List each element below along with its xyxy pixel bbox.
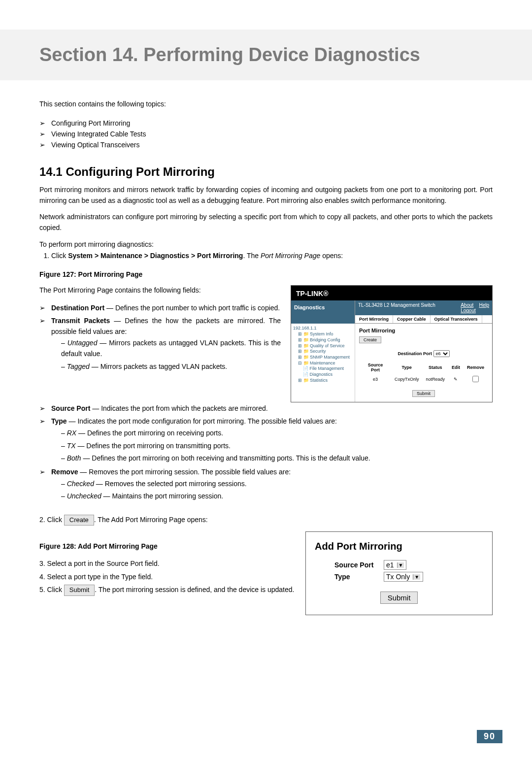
- sub-term: TX: [67, 442, 76, 450]
- sub-desc: — Defines the port mirroring on receivin…: [76, 429, 223, 437]
- step-text: . The port mirroring session is defined,…: [95, 586, 294, 593]
- figure-label: Figure 128: Add Port Mirroring Page: [39, 542, 296, 550]
- dest-port-select[interactable]: e6: [433, 350, 450, 357]
- topic-list: Configuring Port Mirroring Viewing Integ…: [39, 118, 493, 150]
- field-item: Source Port — Indicates the port from wh…: [39, 402, 493, 415]
- step-list: Click System > Maintenance > Diagnostics…: [39, 252, 493, 260]
- page-number: 90: [477, 730, 502, 743]
- field-item: Transmit Packets — Defines the how the p…: [39, 315, 281, 374]
- field-subitem: Untagged — Mirrors packets as untagged V…: [61, 337, 281, 360]
- tree-item-diagnostics[interactable]: 📄 Diagnostics: [293, 372, 353, 378]
- tree-item-maintenance[interactable]: ⊟ 📁 Maintenance: [293, 361, 353, 366]
- field-term: Type: [51, 417, 67, 425]
- topic-item: Viewing Optical Transceivers: [39, 139, 493, 150]
- fields-intro: The Port Mirroring Page contains the fol…: [39, 285, 281, 296]
- dest-port-label: Destination Port: [398, 351, 432, 356]
- add-port-mirroring-screenshot: Add Port Mirroring Source Port e1 ▼ Type…: [305, 531, 493, 615]
- tree-item-bridging[interactable]: ⊞ 📁 Bridging Config: [293, 337, 353, 343]
- sub-term: Checked: [67, 480, 94, 488]
- field-item: Destination Port — Defines the port numb…: [39, 302, 281, 315]
- step-path: System > Maintenance > Diagnostics > Por…: [68, 252, 243, 260]
- step-2: 2. Click Create. The Add Port Mirroring …: [39, 515, 493, 526]
- field-subitem: Unchecked — Maintains the port mirroring…: [61, 490, 493, 503]
- add-submit-button[interactable]: Submit: [380, 592, 418, 604]
- tree-item-security[interactable]: ⊞ 📁 Security: [293, 349, 353, 355]
- field-subitem: Tagged — Mirrors packets as tagged VLAN …: [61, 361, 281, 373]
- cell-edit-icon[interactable]: ✎: [449, 374, 463, 384]
- step-text: opens:: [320, 252, 343, 260]
- sub-term: Both: [67, 454, 81, 462]
- step-text: . The: [243, 252, 261, 260]
- cell-port: e3: [360, 374, 391, 384]
- submit-button[interactable]: Submit: [412, 390, 435, 397]
- intro-text: This section contains the following topi…: [39, 100, 493, 108]
- field-subitem: RX — Defines the port mirroring on recei…: [61, 427, 493, 440]
- field-term: Remove: [51, 468, 78, 476]
- type-value: Tx Only: [386, 573, 410, 581]
- field-desc: — Defines the port number to which port …: [104, 304, 280, 312]
- type-select[interactable]: Tx Only ▼: [384, 572, 423, 582]
- topic-item: Viewing Integrated Cable Tests: [39, 129, 493, 139]
- cell-remove-checkbox[interactable]: [472, 376, 479, 382]
- field-desc: — Indicates the port from which the pack…: [90, 404, 267, 412]
- col-source-port: Source Port: [360, 362, 391, 373]
- col-edit: Edit: [449, 362, 463, 373]
- source-port-select[interactable]: e1 ▼: [384, 560, 406, 570]
- help-link[interactable]: Help: [479, 302, 489, 308]
- field-subitem: TX — Defines the port mirroring on trans…: [61, 440, 493, 453]
- sub-desc: — Mirrors packets as tagged VLAN packets…: [90, 363, 227, 370]
- tab-optical-transceivers[interactable]: Optical Transceivers: [431, 315, 482, 323]
- body-paragraph: Network administrators can configure por…: [39, 212, 493, 233]
- body-paragraph: To perform port mirroring diagnostics:: [39, 239, 493, 250]
- chevron-down-icon: ▼: [413, 574, 420, 580]
- sub-desc: — Removes the selected port mirroring se…: [94, 480, 247, 488]
- sub-term: Untagged: [67, 339, 98, 347]
- field-term: Destination Port: [51, 304, 104, 312]
- source-port-label: Source Port: [334, 561, 384, 569]
- table-row: e3 CopyTxOnly notReady ✎: [360, 374, 487, 384]
- cell-status: notReady: [423, 374, 448, 384]
- about-link[interactable]: About: [461, 302, 473, 308]
- panel-title: Port Mirroring: [359, 328, 488, 333]
- field-desc: — Indicates the port mode configuration …: [67, 417, 337, 425]
- subsection-heading: 14.1 Configuring Port Mirroring: [39, 165, 493, 179]
- steps-3-5: 3. Select a port in the Source Port fiel…: [39, 557, 296, 596]
- submit-inline-button[interactable]: Submit: [64, 585, 95, 596]
- port-mirroring-screenshot: TP-LINK® Diagnostics TL-SL3428 L2 Manage…: [291, 285, 493, 402]
- step-item: 4. Select a port type in the Type field.: [39, 570, 296, 583]
- tree-item-system-info[interactable]: ⊞ 📁 System Info: [293, 331, 353, 337]
- tree-item-file-mgmt[interactable]: 📄 File Management: [293, 366, 353, 372]
- tree-item-qos[interactable]: ⊞ 📁 Quality of Service: [293, 343, 353, 349]
- field-list-cont: Source Port — Indicates the port from wh…: [39, 402, 493, 504]
- type-label: Type: [334, 573, 384, 581]
- col-remove: Remove: [464, 362, 487, 373]
- tree-item-snmp[interactable]: ⊞ 📁 SNMP Management: [293, 355, 353, 361]
- sub-desc: — Defines the port mirroring on both rec…: [81, 454, 370, 462]
- tree-ip[interactable]: 192.168.1.1: [293, 326, 353, 331]
- source-port-value: e1: [386, 561, 394, 569]
- field-term: Source Port: [51, 404, 90, 412]
- col-type: Type: [392, 362, 422, 373]
- sub-desc: — Defines the port mirroring on transmit…: [76, 442, 231, 450]
- nav-tree: 192.168.1.1 ⊞ 📁 System Info ⊞ 📁 Bridging…: [291, 324, 355, 402]
- create-button[interactable]: Create: [359, 336, 381, 343]
- add-dialog-title: Add Port Mirroring: [315, 541, 483, 552]
- sub-term: RX: [67, 429, 76, 437]
- sub-desc: — Maintains the port mirroring session.: [101, 492, 223, 500]
- figure-label: Figure 127: Port Mirroring Page: [39, 270, 493, 278]
- create-inline-button[interactable]: Create: [64, 515, 94, 526]
- diagnostics-label: Diagnostics: [291, 300, 355, 324]
- section-title: Section 14. Performing Device Diagnostic…: [39, 44, 493, 66]
- step-item: 3. Select a port in the Source Port fiel…: [39, 557, 296, 570]
- field-list: Destination Port — Defines the port numb…: [39, 302, 281, 374]
- topic-item: Configuring Port Mirroring: [39, 118, 493, 129]
- switch-model: TL-SL3428 L2 Management Switch: [358, 302, 435, 313]
- mirror-table: Source Port Type Status Edit Remove e3 C…: [359, 361, 488, 385]
- cell-type: CopyTxOnly: [392, 374, 422, 384]
- logout-link[interactable]: Logout: [461, 308, 476, 313]
- tree-item-statistics[interactable]: ⊞ 📁 Statistics: [293, 378, 353, 384]
- tab-port-mirroring[interactable]: Port Mirroring: [355, 315, 393, 323]
- step-text: 2. Click: [39, 516, 64, 524]
- chevron-down-icon: ▼: [397, 562, 404, 568]
- tab-copper-cable[interactable]: Copper Cable: [393, 315, 431, 323]
